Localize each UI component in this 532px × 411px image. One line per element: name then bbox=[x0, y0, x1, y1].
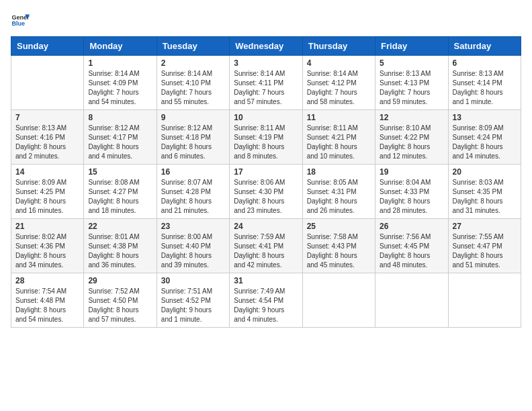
calendar-cell bbox=[448, 273, 521, 328]
day-number: 15 bbox=[88, 167, 152, 177]
day-info: Sunrise: 8:07 AM Sunset: 4:28 PM Dayligh… bbox=[161, 178, 225, 216]
weekday-header-friday: Friday bbox=[375, 37, 448, 56]
day-info: Sunrise: 8:10 AM Sunset: 4:22 PM Dayligh… bbox=[380, 124, 443, 161]
day-number: 23 bbox=[161, 222, 225, 231]
day-number: 1 bbox=[88, 58, 152, 68]
calendar-cell: 13Sunrise: 8:09 AM Sunset: 4:24 PM Dayli… bbox=[448, 110, 521, 165]
calendar-body: 1Sunrise: 8:14 AM Sunset: 4:09 PM Daylig… bbox=[11, 56, 521, 328]
calendar-cell: 4Sunrise: 8:14 AM Sunset: 4:12 PM Daylig… bbox=[302, 56, 375, 110]
weekday-header-tuesday: Tuesday bbox=[157, 37, 229, 56]
day-number: 26 bbox=[380, 222, 443, 231]
calendar-cell: 20Sunrise: 8:03 AM Sunset: 4:35 PM Dayli… bbox=[448, 165, 521, 219]
day-info: Sunrise: 8:04 AM Sunset: 4:33 PM Dayligh… bbox=[380, 178, 443, 216]
day-number: 27 bbox=[453, 222, 517, 231]
day-info: Sunrise: 8:02 AM Sunset: 4:36 PM Dayligh… bbox=[15, 232, 79, 270]
day-info: Sunrise: 8:01 AM Sunset: 4:38 PM Dayligh… bbox=[88, 232, 152, 270]
day-info: Sunrise: 7:51 AM Sunset: 4:52 PM Dayligh… bbox=[161, 287, 225, 324]
day-info: Sunrise: 8:14 AM Sunset: 4:10 PM Dayligh… bbox=[161, 69, 225, 107]
day-number: 29 bbox=[88, 276, 152, 285]
calendar-cell: 29Sunrise: 7:52 AM Sunset: 4:50 PM Dayli… bbox=[84, 273, 157, 328]
day-number: 28 bbox=[15, 276, 79, 285]
day-info: Sunrise: 8:06 AM Sunset: 4:30 PM Dayligh… bbox=[234, 178, 298, 216]
day-number: 5 bbox=[380, 58, 443, 68]
calendar-cell: 8Sunrise: 8:12 AM Sunset: 4:17 PM Daylig… bbox=[84, 110, 157, 165]
day-number: 18 bbox=[307, 167, 371, 177]
day-info: Sunrise: 8:05 AM Sunset: 4:31 PM Dayligh… bbox=[307, 178, 371, 216]
weekday-header-monday: Monday bbox=[84, 37, 157, 56]
day-info: Sunrise: 8:13 AM Sunset: 4:14 PM Dayligh… bbox=[453, 69, 517, 107]
calendar-cell: 25Sunrise: 7:58 AM Sunset: 4:43 PM Dayli… bbox=[302, 219, 375, 273]
calendar-cell: 26Sunrise: 7:56 AM Sunset: 4:45 PM Dayli… bbox=[375, 219, 448, 273]
calendar-cell bbox=[302, 273, 375, 328]
day-number: 20 bbox=[453, 167, 517, 177]
day-number: 4 bbox=[307, 58, 371, 68]
week-row-2: 14Sunrise: 8:09 AM Sunset: 4:25 PM Dayli… bbox=[11, 165, 521, 219]
calendar-cell: 28Sunrise: 7:54 AM Sunset: 4:48 PM Dayli… bbox=[11, 273, 84, 328]
calendar-cell: 6Sunrise: 8:13 AM Sunset: 4:14 PM Daylig… bbox=[448, 56, 521, 110]
calendar-cell: 19Sunrise: 8:04 AM Sunset: 4:33 PM Dayli… bbox=[375, 165, 448, 219]
calendar-cell: 11Sunrise: 8:11 AM Sunset: 4:21 PM Dayli… bbox=[302, 110, 375, 165]
weekday-header-saturday: Saturday bbox=[448, 37, 521, 56]
logo: General Blue bbox=[11, 11, 30, 30]
day-number: 2 bbox=[161, 58, 225, 68]
svg-text:Blue: Blue bbox=[11, 20, 25, 27]
header: General Blue bbox=[11, 11, 521, 30]
calendar-cell: 3Sunrise: 8:14 AM Sunset: 4:11 PM Daylig… bbox=[230, 56, 302, 110]
day-info: Sunrise: 7:59 AM Sunset: 4:41 PM Dayligh… bbox=[234, 232, 298, 270]
weekday-header-wednesday: Wednesday bbox=[230, 37, 302, 56]
day-info: Sunrise: 8:13 AM Sunset: 4:16 PM Dayligh… bbox=[15, 124, 79, 161]
day-number: 22 bbox=[88, 222, 152, 231]
day-info: Sunrise: 8:09 AM Sunset: 4:24 PM Dayligh… bbox=[453, 124, 517, 161]
day-number: 21 bbox=[15, 222, 79, 231]
day-number: 6 bbox=[453, 58, 517, 68]
day-number: 24 bbox=[234, 222, 298, 231]
day-number: 25 bbox=[307, 222, 371, 231]
day-number: 19 bbox=[380, 167, 443, 177]
calendar-cell: 5Sunrise: 8:13 AM Sunset: 4:13 PM Daylig… bbox=[375, 56, 448, 110]
calendar-cell: 21Sunrise: 8:02 AM Sunset: 4:36 PM Dayli… bbox=[11, 219, 84, 273]
week-row-0: 1Sunrise: 8:14 AM Sunset: 4:09 PM Daylig… bbox=[11, 56, 521, 110]
calendar-cell: 18Sunrise: 8:05 AM Sunset: 4:31 PM Dayli… bbox=[302, 165, 375, 219]
calendar-cell: 31Sunrise: 7:49 AM Sunset: 4:54 PM Dayli… bbox=[230, 273, 302, 328]
day-info: Sunrise: 7:55 AM Sunset: 4:47 PM Dayligh… bbox=[453, 232, 517, 270]
day-number: 31 bbox=[234, 276, 298, 285]
calendar-cell: 24Sunrise: 7:59 AM Sunset: 4:41 PM Dayli… bbox=[230, 219, 302, 273]
calendar-cell: 27Sunrise: 7:55 AM Sunset: 4:47 PM Dayli… bbox=[448, 219, 521, 273]
day-info: Sunrise: 8:14 AM Sunset: 4:11 PM Dayligh… bbox=[234, 69, 298, 107]
calendar-cell: 23Sunrise: 8:00 AM Sunset: 4:40 PM Dayli… bbox=[157, 219, 229, 273]
day-info: Sunrise: 8:11 AM Sunset: 4:19 PM Dayligh… bbox=[234, 124, 298, 161]
day-number: 16 bbox=[161, 167, 225, 177]
weekday-header-thursday: Thursday bbox=[302, 37, 375, 56]
day-info: Sunrise: 8:11 AM Sunset: 4:21 PM Dayligh… bbox=[307, 124, 371, 161]
weekday-header-sunday: Sunday bbox=[11, 37, 84, 56]
day-number: 17 bbox=[234, 167, 298, 177]
calendar-cell: 30Sunrise: 7:51 AM Sunset: 4:52 PM Dayli… bbox=[157, 273, 229, 328]
calendar-cell: 22Sunrise: 8:01 AM Sunset: 4:38 PM Dayli… bbox=[84, 219, 157, 273]
day-number: 7 bbox=[15, 113, 79, 122]
weekday-header-row: SundayMondayTuesdayWednesdayThursdayFrid… bbox=[11, 37, 521, 56]
calendar-cell: 15Sunrise: 8:08 AM Sunset: 4:27 PM Dayli… bbox=[84, 165, 157, 219]
day-number: 11 bbox=[307, 113, 371, 122]
day-number: 30 bbox=[161, 276, 225, 285]
calendar-cell: 16Sunrise: 8:07 AM Sunset: 4:28 PM Dayli… bbox=[157, 165, 229, 219]
calendar-table: SundayMondayTuesdayWednesdayThursdayFrid… bbox=[11, 36, 521, 328]
calendar-cell: 17Sunrise: 8:06 AM Sunset: 4:30 PM Dayli… bbox=[230, 165, 302, 219]
day-info: Sunrise: 8:14 AM Sunset: 4:09 PM Dayligh… bbox=[88, 69, 152, 107]
day-number: 12 bbox=[380, 113, 443, 122]
day-info: Sunrise: 8:03 AM Sunset: 4:35 PM Dayligh… bbox=[453, 178, 517, 216]
logo-icon: General Blue bbox=[11, 11, 30, 30]
calendar-cell: 10Sunrise: 8:11 AM Sunset: 4:19 PM Dayli… bbox=[230, 110, 302, 165]
calendar-cell bbox=[375, 273, 448, 328]
day-number: 3 bbox=[234, 58, 298, 68]
week-row-4: 28Sunrise: 7:54 AM Sunset: 4:48 PM Dayli… bbox=[11, 273, 521, 328]
calendar-cell: 12Sunrise: 8:10 AM Sunset: 4:22 PM Dayli… bbox=[375, 110, 448, 165]
day-info: Sunrise: 8:14 AM Sunset: 4:12 PM Dayligh… bbox=[307, 69, 371, 107]
calendar-cell: 2Sunrise: 8:14 AM Sunset: 4:10 PM Daylig… bbox=[157, 56, 229, 110]
day-info: Sunrise: 7:54 AM Sunset: 4:48 PM Dayligh… bbox=[15, 287, 79, 324]
week-row-3: 21Sunrise: 8:02 AM Sunset: 4:36 PM Dayli… bbox=[11, 219, 521, 273]
day-info: Sunrise: 8:08 AM Sunset: 4:27 PM Dayligh… bbox=[88, 178, 152, 216]
day-info: Sunrise: 7:56 AM Sunset: 4:45 PM Dayligh… bbox=[380, 232, 443, 270]
calendar-cell: 14Sunrise: 8:09 AM Sunset: 4:25 PM Dayli… bbox=[11, 165, 84, 219]
day-number: 10 bbox=[234, 113, 298, 122]
day-info: Sunrise: 8:13 AM Sunset: 4:13 PM Dayligh… bbox=[380, 69, 443, 107]
